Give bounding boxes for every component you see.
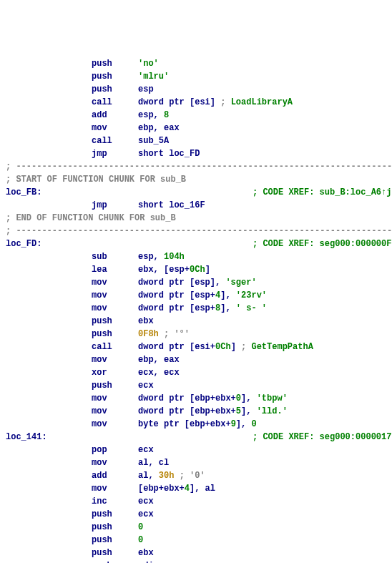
operands: 0 (138, 521, 386, 534)
code-label: loc_FB: (6, 186, 92, 199)
asm-line: addal, 30h ; '0' (6, 469, 386, 482)
operands: dword ptr [esp], 'sger' (138, 276, 386, 289)
asm-line: movdword ptr [ebp+ebx+5], 'lld.' (6, 405, 386, 418)
operands: ecx, ecx (138, 366, 386, 379)
operand-token: 0F8h (138, 329, 159, 339)
mnemonic: xor (92, 366, 138, 379)
operands: ebp, eax (138, 353, 386, 366)
asm-line: movebp, eax (6, 122, 386, 134)
asm-line: push0 (6, 534, 386, 547)
mnemonic: push (92, 547, 138, 559)
operands: al, cl (138, 456, 386, 469)
asm-line: jmpshort loc_16F (6, 199, 386, 212)
operand-token: ebp, eax (138, 123, 180, 133)
operands: dword ptr [esi+0Ch] ; GetTempPathA (138, 341, 386, 353)
operands: esp (138, 83, 386, 96)
asm-line: calldword ptr [esi+0Ch] ; GetTempPathA (6, 341, 386, 353)
asm-line: movdword ptr [esp+8], ' s- ' (6, 302, 386, 315)
comment-line: ; --------------------------------------… (6, 225, 386, 238)
operand-token: ebp, eax (138, 355, 180, 365)
operand-token: dword ptr [esi+ (138, 342, 215, 352)
xref-comment: ; CODE XREF: seg000:0000017B↓j (253, 432, 392, 442)
operand-token: 'no' (138, 59, 159, 69)
asm-line: calldword ptr [esi] ; LoadLibraryA (6, 96, 386, 109)
operands: ebp, eax (138, 122, 386, 134)
operand-token: 104h (164, 252, 185, 262)
comment-line: ; END OF FUNCTION CHUNK FOR sub_B (6, 212, 386, 225)
operand-token: 0 (236, 393, 241, 403)
asm-line: movebp, eax (6, 353, 386, 366)
mnemonic: mov (92, 122, 138, 134)
operand-token: ebx, [esp+ (138, 265, 190, 275)
label-line: loc_FD:; CODE XREF: seg000:000000F9↑j (6, 238, 386, 250)
operand-token: 0 (138, 522, 143, 532)
operand-token: 0 (251, 419, 256, 429)
mnemonic: call (92, 134, 138, 147)
operands: short loc_16F (138, 199, 386, 212)
operands: ecx (138, 508, 386, 521)
operand-token: GetTempPathA (251, 342, 313, 352)
comment-line: ; START OF FUNCTION CHUNK FOR sub_B (6, 173, 386, 186)
operands: short loc_FD (138, 147, 386, 160)
operand-token: dword ptr [esp+ (138, 290, 215, 300)
operand-token: 'tbpw' (257, 393, 288, 403)
asm-line: pushedi (6, 559, 386, 563)
code-label: loc_FD: (6, 238, 92, 250)
operand-token: ecx (138, 381, 154, 391)
operand-token: ] (205, 265, 210, 275)
operands: dword ptr [esi] ; LoadLibraryA (138, 96, 386, 109)
operand-token: sub_5A (138, 136, 169, 146)
operand-token: ; (241, 342, 251, 352)
operand-token: ], (236, 419, 252, 429)
operands: [ebp+ebx+4], al (138, 482, 386, 495)
operand-token: ], (220, 303, 236, 313)
asm-line: callsub_5A (6, 134, 386, 147)
asm-line: movdword ptr [ebp+ebx+0], 'tbpw' (6, 392, 386, 405)
operand-token: ecx (138, 509, 154, 519)
asm-line: movdword ptr [esp], 'sger' (6, 276, 386, 289)
mnemonic: push (92, 379, 138, 392)
operand-token: 5 (236, 406, 241, 416)
label-line: loc_141:; CODE XREF: seg000:0000017B↓j (6, 431, 386, 444)
asm-line: push'mlru' (6, 70, 386, 83)
operand-token: esp, (138, 252, 164, 262)
operands: ebx (138, 315, 386, 328)
operands: dword ptr [esp+4], '23rv' (138, 289, 386, 302)
asm-line: movbyte ptr [ebp+ebx+9], 0 (6, 418, 386, 431)
operand-token: 8 (164, 110, 169, 120)
asm-line: pushesp (6, 83, 386, 96)
mnemonic: mov (92, 456, 138, 469)
operands: byte ptr [ebp+ebx+9], 0 (138, 418, 386, 431)
operand-token: dword ptr [esp+ (138, 303, 215, 313)
operands: esp, 104h (138, 250, 386, 263)
operand-token: ; '°' (164, 329, 190, 339)
asm-line: pushebx (6, 315, 386, 328)
operands: ebx (138, 547, 386, 559)
mnemonic: mov (92, 276, 138, 289)
operand-token: 30h (159, 471, 175, 481)
operand-token: ecx (138, 496, 154, 506)
mnemonic: mov (92, 353, 138, 366)
xref-comment: ; CODE XREF: sub_B:loc_A6↑j (253, 187, 391, 197)
mnemonic: mov (92, 289, 138, 302)
asm-line: moval, cl (6, 456, 386, 469)
mnemonic: sub (92, 250, 138, 263)
operand-token: ], (241, 406, 257, 416)
operands: 'no' (138, 57, 386, 70)
label-line: loc_FB:; CODE XREF: sub_B:loc_A6↑j (6, 186, 386, 199)
operand-token: ], (220, 290, 236, 300)
operand-token: 'sger' (225, 278, 256, 288)
operand-token: ebx (138, 316, 154, 326)
mnemonic: add (92, 469, 138, 482)
asm-line: popecx (6, 444, 386, 456)
operand-token: 0Ch (215, 342, 231, 352)
mnemonic: mov (92, 482, 138, 495)
mnemonic: push (92, 57, 138, 70)
mnemonic: call (92, 341, 138, 353)
operand-token: [ebp+ebx+ (138, 484, 185, 494)
operand-token: byte ptr [ebp+ebx+ (138, 419, 231, 429)
asm-line: leaebx, [esp+0Ch] (6, 263, 386, 276)
operand-token: ], al (190, 484, 215, 494)
operand-token: ] (231, 342, 241, 352)
asm-line: push0 (6, 521, 386, 534)
